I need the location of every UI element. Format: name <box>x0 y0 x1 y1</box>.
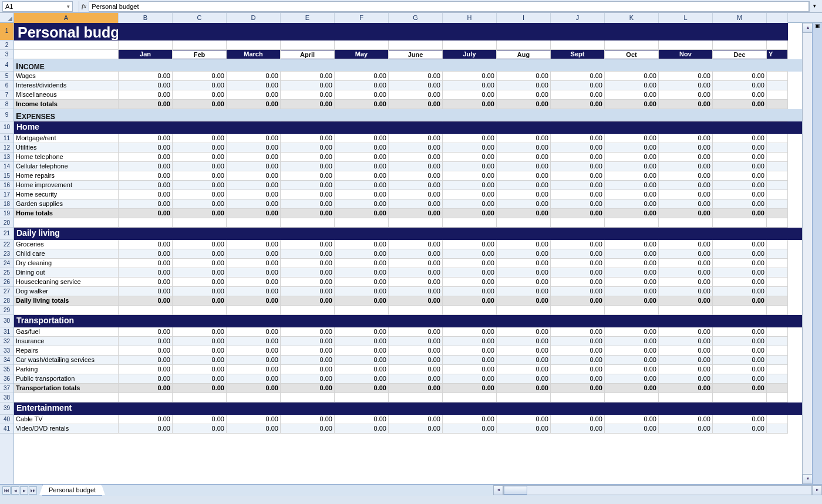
cell-M16[interactable]: 0.00 <box>713 181 767 190</box>
cell-B36[interactable]: 0.00 <box>119 374 173 384</box>
row-header-39[interactable]: 39 <box>0 402 14 415</box>
cell-J26[interactable]: 0.00 <box>551 278 605 287</box>
cell-A34[interactable]: Car wash/detailing services <box>14 356 119 365</box>
cell-N17[interactable] <box>767 190 788 199</box>
cell-N1[interactable] <box>767 23 788 40</box>
cell-B7[interactable]: 0.00 <box>119 90 173 100</box>
cell-I5[interactable]: 0.00 <box>497 72 551 81</box>
cell-B39[interactable] <box>119 402 173 415</box>
cell-G10[interactable] <box>389 121 443 134</box>
cell-C41[interactable]: 0.00 <box>173 424 227 434</box>
cell-E1[interactable] <box>281 23 335 40</box>
cell-M19[interactable]: 0.00 <box>713 209 767 218</box>
cell-E4[interactable] <box>281 60 335 72</box>
cell-G40[interactable]: 0.00 <box>389 415 443 424</box>
cell-J39[interactable] <box>551 402 605 415</box>
cell-H31[interactable]: 0.00 <box>443 327 497 337</box>
cell-K1[interactable] <box>605 23 659 40</box>
cell-H21[interactable] <box>443 228 497 240</box>
cell-B30[interactable] <box>119 315 173 327</box>
cell-I21[interactable] <box>497 228 551 240</box>
cell-E29[interactable] <box>281 306 335 315</box>
cell-I10[interactable] <box>497 121 551 134</box>
cell-F33[interactable]: 0.00 <box>335 346 389 356</box>
cell-G4[interactable] <box>389 60 443 72</box>
cell-E23[interactable]: 0.00 <box>281 249 335 259</box>
cell-A21[interactable]: Daily living <box>14 228 119 240</box>
cell-E3[interactable]: April <box>281 50 335 59</box>
cell-A23[interactable]: Child care <box>14 249 119 259</box>
cell-G21[interactable] <box>389 228 443 240</box>
cell-B37[interactable]: 0.00 <box>119 384 173 393</box>
row-header-25[interactable]: 25 <box>0 268 14 278</box>
cell-L32[interactable]: 0.00 <box>659 337 713 346</box>
cell-N14[interactable] <box>767 162 788 171</box>
cell-F30[interactable] <box>335 315 389 327</box>
cell-E2[interactable] <box>281 40 335 50</box>
cell-D8[interactable]: 0.00 <box>227 100 281 109</box>
cell-F2[interactable] <box>335 40 389 50</box>
cell-J31[interactable]: 0.00 <box>551 327 605 337</box>
cell-A29[interactable] <box>14 306 119 315</box>
cell-B6[interactable]: 0.00 <box>119 81 173 90</box>
cell-J29[interactable] <box>551 306 605 315</box>
cell-F5[interactable]: 0.00 <box>335 72 389 81</box>
cell-N28[interactable] <box>767 296 788 306</box>
cell-G11[interactable]: 0.00 <box>389 134 443 143</box>
cell-I36[interactable]: 0.00 <box>497 374 551 384</box>
cell-K30[interactable] <box>605 315 659 327</box>
cell-L16[interactable]: 0.00 <box>659 181 713 190</box>
cell-E17[interactable]: 0.00 <box>281 190 335 199</box>
cell-H27[interactable]: 0.00 <box>443 287 497 296</box>
cell-A33[interactable]: Repairs <box>14 346 119 356</box>
cell-H8[interactable]: 0.00 <box>443 100 497 109</box>
cell-C19[interactable]: 0.00 <box>173 209 227 218</box>
cell-D24[interactable]: 0.00 <box>227 259 281 268</box>
cell-E18[interactable]: 0.00 <box>281 199 335 209</box>
row-header-40[interactable]: 40 <box>0 415 14 424</box>
cell-M4[interactable] <box>713 60 767 72</box>
cell-K12[interactable]: 0.00 <box>605 143 659 153</box>
cell-J3[interactable]: Sept <box>551 50 605 59</box>
cell-I35[interactable]: 0.00 <box>497 365 551 374</box>
cell-D37[interactable]: 0.00 <box>227 384 281 393</box>
cell-J34[interactable]: 0.00 <box>551 356 605 365</box>
cell-M2[interactable] <box>713 40 767 50</box>
cell-J20[interactable] <box>551 218 605 228</box>
h-track[interactable] <box>503 485 812 495</box>
cell-I9[interactable] <box>497 110 551 121</box>
cell-D19[interactable]: 0.00 <box>227 209 281 218</box>
cell-C1[interactable] <box>173 23 227 40</box>
cell-C40[interactable]: 0.00 <box>173 415 227 424</box>
cell-K6[interactable]: 0.00 <box>605 81 659 90</box>
cell-B13[interactable]: 0.00 <box>119 153 173 162</box>
cell-H16[interactable]: 0.00 <box>443 181 497 190</box>
cell-C13[interactable]: 0.00 <box>173 153 227 162</box>
col-header-C[interactable]: C <box>173 13 227 23</box>
cell-L14[interactable]: 0.00 <box>659 162 713 171</box>
row-header-9[interactable]: 9 <box>0 109 14 121</box>
cell-C20[interactable] <box>173 218 227 228</box>
cell-A27[interactable]: Dog walker <box>14 287 119 296</box>
cell-F6[interactable]: 0.00 <box>335 81 389 90</box>
cell-M1[interactable] <box>713 23 767 40</box>
row-header-41[interactable]: 41 <box>0 424 14 434</box>
cell-D14[interactable]: 0.00 <box>227 162 281 171</box>
cell-E11[interactable]: 0.00 <box>281 134 335 143</box>
row-header-7[interactable]: 7 <box>0 90 14 100</box>
cell-B12[interactable]: 0.00 <box>119 143 173 153</box>
cell-A15[interactable]: Home repairs <box>14 171 119 181</box>
cell-F20[interactable] <box>335 218 389 228</box>
cell-G37[interactable]: 0.00 <box>389 384 443 393</box>
cell-I2[interactable] <box>497 40 551 50</box>
cell-B2[interactable] <box>119 40 173 50</box>
cell-H15[interactable]: 0.00 <box>443 171 497 181</box>
cell-C18[interactable]: 0.00 <box>173 199 227 209</box>
cell-D39[interactable] <box>227 402 281 415</box>
cell-N3[interactable]: Y <box>767 50 788 59</box>
cell-C26[interactable]: 0.00 <box>173 278 227 287</box>
cell-J21[interactable] <box>551 228 605 240</box>
cell-J19[interactable]: 0.00 <box>551 209 605 218</box>
col-header-L[interactable]: L <box>659 13 713 23</box>
cell-B9[interactable] <box>119 110 173 121</box>
